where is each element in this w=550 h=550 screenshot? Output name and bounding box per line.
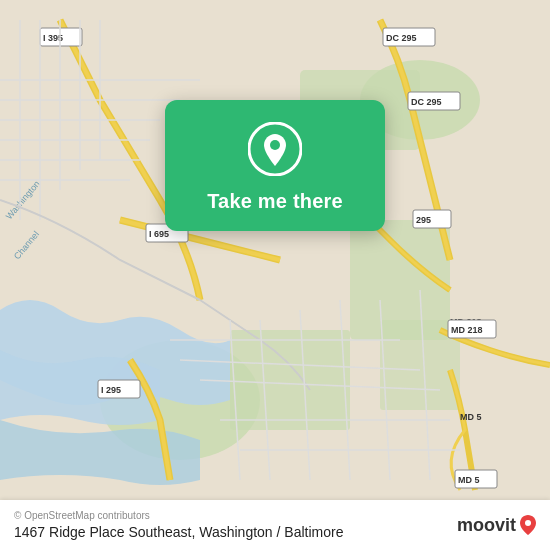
svg-text:MD 5: MD 5	[460, 412, 482, 422]
svg-text:I 695: I 695	[149, 229, 169, 239]
svg-text:295: 295	[416, 215, 431, 225]
svg-rect-5	[230, 330, 350, 430]
location-pin-icon	[248, 122, 302, 176]
map-container: I 395 I 695 DC 295 DC 295 295 I 295 MD 2…	[0, 0, 550, 550]
address-text: 1467 Ridge Place Southeast, Washington /…	[14, 524, 343, 540]
bottom-left-info: © OpenStreetMap contributors 1467 Ridge …	[14, 510, 343, 540]
moovit-pin-icon	[520, 515, 536, 535]
bottom-bar: © OpenStreetMap contributors 1467 Ridge …	[0, 500, 550, 550]
svg-text:MD 5: MD 5	[458, 475, 480, 485]
moovit-text: moovit	[457, 515, 516, 536]
svg-text:DC 295: DC 295	[386, 33, 417, 43]
take-me-there-button[interactable]: Take me there	[207, 190, 343, 213]
location-card: Take me there	[165, 100, 385, 231]
svg-text:DC 295: DC 295	[411, 97, 442, 107]
svg-point-57	[525, 520, 531, 526]
svg-point-56	[270, 140, 280, 150]
svg-text:MD 218: MD 218	[451, 325, 483, 335]
map-background: I 395 I 695 DC 295 DC 295 295 I 295 MD 2…	[0, 0, 550, 550]
svg-text:I 295: I 295	[101, 385, 121, 395]
moovit-logo: moovit	[457, 515, 536, 536]
osm-credit: © OpenStreetMap contributors	[14, 510, 343, 521]
